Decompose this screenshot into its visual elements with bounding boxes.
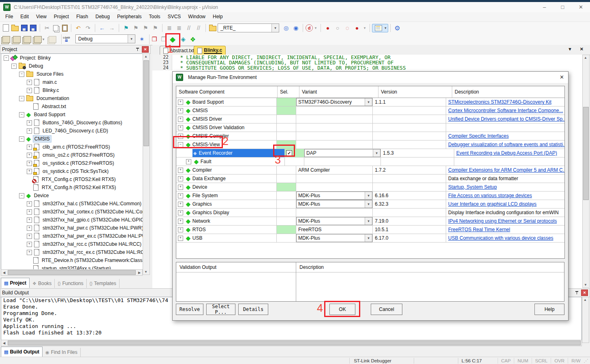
- build-output-hscrollbar[interactable]: ◀: [1, 340, 582, 346]
- unindent-icon[interactable]: ≣: [165, 23, 174, 32]
- download-icon[interactable]: LOAD ⇊: [62, 34, 71, 43]
- variant-dropdown-arrow[interactable]: ▾: [365, 200, 372, 208]
- row-expand-toggle[interactable]: +: [186, 159, 191, 164]
- tree-item[interactable]: −◆Device: [1, 192, 150, 200]
- tree-expand-toggle[interactable]: +: [27, 226, 32, 231]
- menu-peripherals[interactable]: Peripherals: [113, 12, 145, 21]
- row-expand-toggle[interactable]: +: [178, 219, 183, 224]
- menu-project[interactable]: Project: [50, 12, 73, 21]
- close-panel-icon[interactable]: ✕: [581, 289, 588, 296]
- tab-project[interactable]: ▤Project: [1, 278, 30, 288]
- variant-select[interactable]: MDK-Plus▾: [296, 234, 372, 242]
- row-expand-toggle[interactable]: +: [178, 168, 183, 173]
- help-button[interactable]: Help: [534, 304, 564, 315]
- scroll-thumb[interactable]: [143, 60, 149, 146]
- description-link[interactable]: Compiler Specific Interfaces: [448, 133, 509, 139]
- navigate-forward-icon[interactable]: →: [107, 23, 116, 32]
- tree-item[interactable]: +Buttons_746G_Discovery.c (Buttons): [1, 119, 150, 127]
- component-row[interactable]: +◆NetworkMDK-Plus▾7.19.0IPv4 Networking …: [176, 217, 564, 226]
- editor-vscrollbar[interactable]: ▲ ▼: [582, 55, 590, 288]
- row-expand-toggle[interactable]: +: [178, 236, 183, 241]
- bookmark-prev-icon[interactable]: ⚑: [131, 23, 140, 32]
- tab-list-dropdown-icon[interactable]: ▼: [568, 47, 572, 51]
- save-icon[interactable]: [21, 25, 28, 31]
- scroll-down-icon[interactable]: ▼: [583, 282, 588, 287]
- menu-file[interactable]: File: [2, 12, 17, 21]
- menu-flash[interactable]: Flash: [73, 12, 92, 21]
- tree-expand-toggle[interactable]: +: [27, 234, 32, 239]
- scroll-up-icon[interactable]: ▲: [143, 54, 149, 59]
- tab-books[interactable]: ❖Books: [30, 279, 55, 288]
- uncomment-icon[interactable]: //: [194, 23, 203, 32]
- tree-expand-toggle[interactable]: −: [19, 136, 24, 142]
- component-row[interactable]: +◆CMSIS-CompilerCompiler Specific Interf…: [176, 132, 564, 140]
- target-select-arrow[interactable]: ▾: [128, 35, 135, 43]
- component-row[interactable]: +◆RTOSFreeRTOS10.5.1FreeRTOS Real Time K…: [176, 226, 564, 234]
- build-output-vscrollbar[interactable]: ▲: [582, 297, 589, 343]
- document-tab-blinky.c[interactable]: Blinky.c: [194, 46, 226, 55]
- component-row[interactable]: +◆CMSIS Driver Validation: [176, 123, 564, 132]
- variant-select[interactable]: MDK-Plus▾: [296, 192, 372, 200]
- scroll-left-icon[interactable]: ◀: [1, 341, 7, 346]
- component-row[interactable]: +◆Data ExchangeData exchange or data for…: [176, 175, 564, 183]
- variant-select[interactable]: DAP▾: [304, 149, 381, 157]
- tree-expand-toggle[interactable]: +: [27, 120, 32, 126]
- component-row[interactable]: +◆USBMDK-Plus▾6.17.0USB Communication wi…: [176, 234, 564, 243]
- component-row[interactable]: +◆Board SupportSTM32F746G-Discovery▾1.1.…: [176, 98, 564, 106]
- minimize-button[interactable]: –: [535, 2, 554, 12]
- bookmark-toggle-icon[interactable]: ⚑: [122, 23, 130, 32]
- variant-select[interactable]: STM32F746G-Discovery▾: [296, 98, 372, 106]
- tree-expand-toggle[interactable]: −: [19, 96, 24, 101]
- component-row[interactable]: +◆File SystemMDK-Plus▾6.16.6File Access …: [176, 192, 564, 200]
- tree-item[interactable]: +stm32f7xx_hal_rcc.c (STM32Cube HAL:RCC): [1, 240, 150, 248]
- row-expand-toggle[interactable]: +: [178, 227, 183, 232]
- menu-window[interactable]: Window: [184, 12, 209, 21]
- tree-item[interactable]: +clib_arm.c (RTOS2:FreeRTOS): [1, 143, 150, 151]
- tree-item[interactable]: +os_systick.c (RTOS2:FreeRTOS): [1, 159, 150, 167]
- variant-dropdown-arrow[interactable]: ▾: [365, 234, 372, 242]
- paste-icon[interactable]: [62, 25, 68, 32]
- variant-dropdown-arrow[interactable]: ▾: [365, 192, 372, 199]
- bookmark-next-icon[interactable]: ⚑: [141, 23, 150, 32]
- scroll-right-icon[interactable]: ▶: [137, 270, 142, 275]
- tree-item[interactable]: RTE_Device.h (STM32Cube Framework:Classi…: [1, 256, 150, 264]
- tree-expand-toggle[interactable]: +: [27, 161, 32, 166]
- tree-item[interactable]: −Documentation: [1, 94, 150, 102]
- description-link[interactable]: IPv4 Networking using Ethernet or Serial…: [448, 218, 557, 224]
- tree-expand-toggle[interactable]: +: [27, 242, 32, 247]
- options-for-target-icon[interactable]: ✶: [137, 34, 146, 44]
- translate-icon[interactable]: [2, 36, 10, 43]
- row-expand-toggle[interactable]: +: [178, 117, 183, 122]
- scroll-left-icon[interactable]: ◀: [1, 270, 7, 275]
- tree-expand-toggle[interactable]: +: [27, 209, 32, 215]
- details-button[interactable]: Details: [238, 304, 268, 315]
- variant-select[interactable]: MDK-Plus▾: [296, 217, 372, 225]
- row-expand-toggle[interactable]: +: [178, 193, 183, 198]
- breakpoint-kill-all-icon[interactable]: ●: [353, 23, 361, 32]
- indent-icon[interactable]: ≣: [175, 23, 184, 32]
- tree-expand-toggle[interactable]: +: [27, 128, 32, 134]
- tree-expand-toggle[interactable]: +: [27, 145, 32, 150]
- find-in-files-icon[interactable]: ◉: [291, 23, 300, 32]
- tree-expand-toggle[interactable]: +: [27, 201, 32, 206]
- tree-expand-toggle[interactable]: +: [27, 80, 32, 85]
- tree-item[interactable]: +stm32f7xx_hal_pwr_ex.c (STM32Cube HAL:P…: [1, 232, 150, 240]
- stop-build-icon[interactable]: [49, 36, 56, 43]
- debug-dropdown-arrow[interactable]: ▾: [313, 23, 318, 32]
- comment-icon[interactable]: //: [184, 23, 193, 32]
- scroll-thumb[interactable]: [8, 341, 581, 345]
- cut-icon[interactable]: ✂: [43, 23, 51, 32]
- target-select[interactable]: Debug ▾: [75, 34, 135, 43]
- menu-view[interactable]: View: [32, 12, 50, 21]
- find-dropdown-arrow[interactable]: ▾: [271, 24, 279, 32]
- find-text-field[interactable]: _RTE_ ▾: [218, 23, 279, 32]
- pin-icon[interactable]: [135, 47, 141, 52]
- component-row[interactable]: +◆Graphics DisplayDisplay Interface incl…: [176, 209, 564, 217]
- find-in-document-icon[interactable]: ◎: [282, 23, 291, 32]
- pin-icon[interactable]: [574, 290, 580, 296]
- tree-expand-toggle[interactable]: +: [27, 153, 32, 158]
- cancel-button[interactable]: Cancel: [371, 304, 402, 315]
- maximize-button[interactable]: □: [554, 2, 572, 12]
- tree-item[interactable]: −Source Files: [1, 70, 150, 78]
- project-tree-hscrollbar[interactable]: ◀ ▶: [1, 269, 143, 276]
